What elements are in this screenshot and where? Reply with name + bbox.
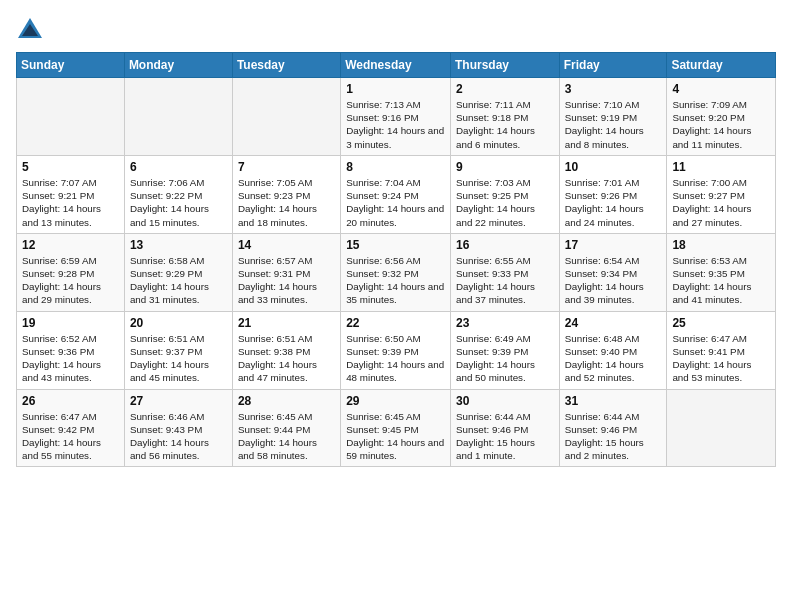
day-number: 3 xyxy=(565,82,662,96)
day-info: Sunrise: 6:44 AM Sunset: 9:46 PM Dayligh… xyxy=(565,410,662,463)
day-number: 15 xyxy=(346,238,445,252)
calendar-week-3: 12Sunrise: 6:59 AM Sunset: 9:28 PM Dayli… xyxy=(17,233,776,311)
calendar-cell: 31Sunrise: 6:44 AM Sunset: 9:46 PM Dayli… xyxy=(559,389,667,467)
calendar-cell: 25Sunrise: 6:47 AM Sunset: 9:41 PM Dayli… xyxy=(667,311,776,389)
weekday-header-row: SundayMondayTuesdayWednesdayThursdayFrid… xyxy=(17,53,776,78)
day-number: 4 xyxy=(672,82,770,96)
day-number: 30 xyxy=(456,394,554,408)
calendar-cell: 13Sunrise: 6:58 AM Sunset: 9:29 PM Dayli… xyxy=(124,233,232,311)
day-info: Sunrise: 6:57 AM Sunset: 9:31 PM Dayligh… xyxy=(238,254,335,307)
day-info: Sunrise: 6:49 AM Sunset: 9:39 PM Dayligh… xyxy=(456,332,554,385)
calendar-cell: 23Sunrise: 6:49 AM Sunset: 9:39 PM Dayli… xyxy=(451,311,560,389)
calendar-cell: 3Sunrise: 7:10 AM Sunset: 9:19 PM Daylig… xyxy=(559,78,667,156)
page-header xyxy=(16,16,776,44)
day-number: 14 xyxy=(238,238,335,252)
day-info: Sunrise: 7:09 AM Sunset: 9:20 PM Dayligh… xyxy=(672,98,770,151)
day-info: Sunrise: 6:53 AM Sunset: 9:35 PM Dayligh… xyxy=(672,254,770,307)
day-info: Sunrise: 6:51 AM Sunset: 9:37 PM Dayligh… xyxy=(130,332,227,385)
day-info: Sunrise: 6:47 AM Sunset: 9:42 PM Dayligh… xyxy=(22,410,119,463)
calendar-cell: 15Sunrise: 6:56 AM Sunset: 9:32 PM Dayli… xyxy=(341,233,451,311)
calendar-cell xyxy=(232,78,340,156)
logo-icon xyxy=(16,16,44,44)
day-number: 13 xyxy=(130,238,227,252)
day-info: Sunrise: 6:56 AM Sunset: 9:32 PM Dayligh… xyxy=(346,254,445,307)
weekday-header-monday: Monday xyxy=(124,53,232,78)
day-info: Sunrise: 7:05 AM Sunset: 9:23 PM Dayligh… xyxy=(238,176,335,229)
day-number: 31 xyxy=(565,394,662,408)
calendar-cell: 19Sunrise: 6:52 AM Sunset: 9:36 PM Dayli… xyxy=(17,311,125,389)
weekday-header-thursday: Thursday xyxy=(451,53,560,78)
calendar-cell: 28Sunrise: 6:45 AM Sunset: 9:44 PM Dayli… xyxy=(232,389,340,467)
day-info: Sunrise: 6:46 AM Sunset: 9:43 PM Dayligh… xyxy=(130,410,227,463)
day-info: Sunrise: 6:45 AM Sunset: 9:45 PM Dayligh… xyxy=(346,410,445,463)
calendar-cell xyxy=(667,389,776,467)
day-number: 20 xyxy=(130,316,227,330)
day-info: Sunrise: 6:52 AM Sunset: 9:36 PM Dayligh… xyxy=(22,332,119,385)
calendar-cell: 20Sunrise: 6:51 AM Sunset: 9:37 PM Dayli… xyxy=(124,311,232,389)
day-number: 7 xyxy=(238,160,335,174)
day-info: Sunrise: 6:50 AM Sunset: 9:39 PM Dayligh… xyxy=(346,332,445,385)
calendar-cell: 10Sunrise: 7:01 AM Sunset: 9:26 PM Dayli… xyxy=(559,155,667,233)
calendar-body: 1Sunrise: 7:13 AM Sunset: 9:16 PM Daylig… xyxy=(17,78,776,467)
day-number: 26 xyxy=(22,394,119,408)
calendar-cell: 2Sunrise: 7:11 AM Sunset: 9:18 PM Daylig… xyxy=(451,78,560,156)
calendar-cell: 29Sunrise: 6:45 AM Sunset: 9:45 PM Dayli… xyxy=(341,389,451,467)
logo xyxy=(16,16,48,44)
day-info: Sunrise: 6:47 AM Sunset: 9:41 PM Dayligh… xyxy=(672,332,770,385)
calendar-cell: 30Sunrise: 6:44 AM Sunset: 9:46 PM Dayli… xyxy=(451,389,560,467)
day-number: 24 xyxy=(565,316,662,330)
calendar-cell: 18Sunrise: 6:53 AM Sunset: 9:35 PM Dayli… xyxy=(667,233,776,311)
day-number: 28 xyxy=(238,394,335,408)
day-info: Sunrise: 6:48 AM Sunset: 9:40 PM Dayligh… xyxy=(565,332,662,385)
calendar-cell: 7Sunrise: 7:05 AM Sunset: 9:23 PM Daylig… xyxy=(232,155,340,233)
day-info: Sunrise: 7:00 AM Sunset: 9:27 PM Dayligh… xyxy=(672,176,770,229)
calendar-cell: 21Sunrise: 6:51 AM Sunset: 9:38 PM Dayli… xyxy=(232,311,340,389)
weekday-header-tuesday: Tuesday xyxy=(232,53,340,78)
calendar-cell: 12Sunrise: 6:59 AM Sunset: 9:28 PM Dayli… xyxy=(17,233,125,311)
weekday-header-saturday: Saturday xyxy=(667,53,776,78)
calendar-cell: 6Sunrise: 7:06 AM Sunset: 9:22 PM Daylig… xyxy=(124,155,232,233)
weekday-header-sunday: Sunday xyxy=(17,53,125,78)
day-info: Sunrise: 7:10 AM Sunset: 9:19 PM Dayligh… xyxy=(565,98,662,151)
calendar-cell: 22Sunrise: 6:50 AM Sunset: 9:39 PM Dayli… xyxy=(341,311,451,389)
day-info: Sunrise: 7:01 AM Sunset: 9:26 PM Dayligh… xyxy=(565,176,662,229)
calendar-cell: 27Sunrise: 6:46 AM Sunset: 9:43 PM Dayli… xyxy=(124,389,232,467)
day-number: 23 xyxy=(456,316,554,330)
weekday-header-wednesday: Wednesday xyxy=(341,53,451,78)
calendar-cell: 24Sunrise: 6:48 AM Sunset: 9:40 PM Dayli… xyxy=(559,311,667,389)
day-number: 25 xyxy=(672,316,770,330)
calendar-cell xyxy=(17,78,125,156)
day-info: Sunrise: 6:54 AM Sunset: 9:34 PM Dayligh… xyxy=(565,254,662,307)
calendar-cell: 5Sunrise: 7:07 AM Sunset: 9:21 PM Daylig… xyxy=(17,155,125,233)
day-number: 21 xyxy=(238,316,335,330)
day-info: Sunrise: 7:03 AM Sunset: 9:25 PM Dayligh… xyxy=(456,176,554,229)
calendar-cell: 14Sunrise: 6:57 AM Sunset: 9:31 PM Dayli… xyxy=(232,233,340,311)
day-info: Sunrise: 6:55 AM Sunset: 9:33 PM Dayligh… xyxy=(456,254,554,307)
day-number: 8 xyxy=(346,160,445,174)
day-number: 6 xyxy=(130,160,227,174)
day-number: 5 xyxy=(22,160,119,174)
day-info: Sunrise: 7:07 AM Sunset: 9:21 PM Dayligh… xyxy=(22,176,119,229)
calendar-week-5: 26Sunrise: 6:47 AM Sunset: 9:42 PM Dayli… xyxy=(17,389,776,467)
day-number: 10 xyxy=(565,160,662,174)
calendar-week-1: 1Sunrise: 7:13 AM Sunset: 9:16 PM Daylig… xyxy=(17,78,776,156)
calendar-week-2: 5Sunrise: 7:07 AM Sunset: 9:21 PM Daylig… xyxy=(17,155,776,233)
day-info: Sunrise: 6:45 AM Sunset: 9:44 PM Dayligh… xyxy=(238,410,335,463)
day-number: 22 xyxy=(346,316,445,330)
day-number: 27 xyxy=(130,394,227,408)
calendar-cell xyxy=(124,78,232,156)
calendar-cell: 4Sunrise: 7:09 AM Sunset: 9:20 PM Daylig… xyxy=(667,78,776,156)
day-info: Sunrise: 6:59 AM Sunset: 9:28 PM Dayligh… xyxy=(22,254,119,307)
day-info: Sunrise: 6:51 AM Sunset: 9:38 PM Dayligh… xyxy=(238,332,335,385)
day-number: 11 xyxy=(672,160,770,174)
calendar-cell: 26Sunrise: 6:47 AM Sunset: 9:42 PM Dayli… xyxy=(17,389,125,467)
day-number: 17 xyxy=(565,238,662,252)
calendar-cell: 1Sunrise: 7:13 AM Sunset: 9:16 PM Daylig… xyxy=(341,78,451,156)
calendar-table: SundayMondayTuesdayWednesdayThursdayFrid… xyxy=(16,52,776,467)
day-number: 2 xyxy=(456,82,554,96)
day-number: 9 xyxy=(456,160,554,174)
calendar-cell: 9Sunrise: 7:03 AM Sunset: 9:25 PM Daylig… xyxy=(451,155,560,233)
day-number: 19 xyxy=(22,316,119,330)
calendar-cell: 17Sunrise: 6:54 AM Sunset: 9:34 PM Dayli… xyxy=(559,233,667,311)
day-number: 18 xyxy=(672,238,770,252)
